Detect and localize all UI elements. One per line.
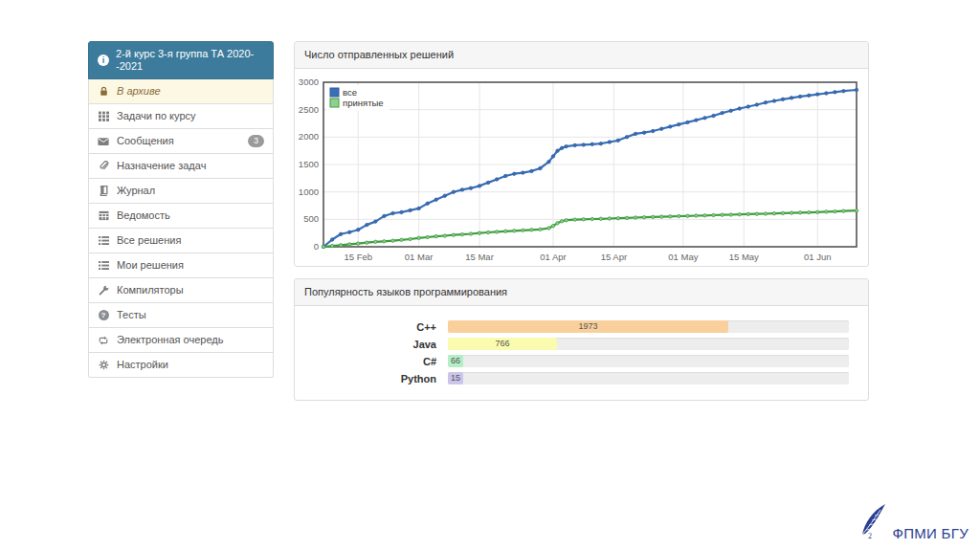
svg-text:2500: 2500 [299,104,319,115]
sidebar-item-label: Мои решения [117,259,184,272]
language-bar-track: 66 [448,355,849,367]
sidebar-item-queue[interactable]: Электронная очередь [88,328,274,353]
sidebar-item-label: Сообщения [117,135,174,147]
svg-text:01 Jun: 01 Jun [804,252,832,262]
svg-text:0: 0 [314,241,319,252]
language-bar-row: C#66 [295,355,858,367]
language-bar: 15 [448,372,463,384]
svg-text:01 Mar: 01 Mar [405,252,434,262]
sidebar-item-label: Журнал [117,185,155,197]
logo-text: ФПМИ БГУ [892,525,969,544]
svg-text:1000: 1000 [299,187,319,197]
languages-panel-title: Популярность языков программирования [304,286,507,297]
envelope-icon [98,137,109,146]
language-label: C# [295,356,448,367]
sidebar-item-messages[interactable]: Сообщения3 [88,129,274,154]
svg-text:500: 500 [303,213,319,224]
lock-icon [98,86,109,97]
language-bar: 766 [448,338,557,350]
course-title: 2-й курс 3-я группа ТА 2020--2021 [116,48,264,73]
svg-text:15 Feb: 15 Feb [344,252,372,262]
language-bar-row: C++1973 [295,320,858,333]
submissions-panel-header: Число отправленных решений [295,42,868,69]
grid-icon [98,111,109,121]
fpmi-bsu-logo: 2 ФПМИ БГУ [857,502,969,544]
sidebar-item-label: Электронная очередь [117,334,223,346]
language-count: 66 [451,357,460,365]
svg-text:01 May: 01 May [668,252,698,262]
languages-panel: Популярность языков программирования C++… [294,278,869,401]
sidebar-item-course-tasks[interactable]: Задачи по курсу [88,104,274,129]
sidebar-item-compilers[interactable]: Компиляторы [88,278,274,303]
submissions-chart: 05001000150020002500300015 Feb01 Mar15 M… [295,69,868,266]
language-bar: 1973 [448,320,728,333]
svg-text:3000: 3000 [299,77,319,87]
language-bar: 66 [448,355,463,367]
sidebar-item-label: Задачи по курсу [117,110,196,122]
main-content: Число отправленных решений 0500100015002… [294,41,869,412]
language-count: 1973 [579,322,598,331]
sidebar-item-label: Настройки [117,359,168,371]
sidebar-item-journal[interactable]: Журнал [88,179,274,204]
message-count-badge: 3 [248,135,264,147]
svg-text:2000: 2000 [299,131,319,142]
language-bar-track: 15 [448,372,849,384]
language-bar-row: Python15 [295,372,858,384]
submissions-line-chart: 05001000150020002500300015 Feb01 Mar15 M… [295,69,868,266]
sidebar-item-label: Компиляторы [117,284,184,296]
svg-text:01 Apr: 01 Apr [540,252,566,262]
table-icon [98,210,109,221]
svg-text:все: все [343,87,357,98]
submissions-panel-title: Число отправленных решений [304,49,454,60]
sidebar-menu: В архивеЗадачи по курсуСообщения3Назначе… [88,79,274,378]
sidebar-item-label: Все решения [117,234,181,247]
svg-text:15 Apr: 15 Apr [601,252,627,262]
sidebar-item-gradebook[interactable]: Ведомость [88,204,274,229]
book-icon [98,186,109,196]
info-icon: i [98,55,109,66]
sidebar-item-settings[interactable]: Настройки [88,353,274,378]
course-sidebar: i 2-й курс 3-я группа ТА 2020--2021 В ар… [88,41,274,378]
list-icon [98,260,109,271]
submissions-panel: Число отправленных решений 0500100015002… [294,41,869,267]
svg-text:15 May: 15 May [729,252,759,262]
language-label: Python [295,373,448,384]
sidebar-item-my-solutions[interactable]: Мои решения [88,253,274,278]
language-count: 766 [495,340,509,348]
language-bar-track: 1973 [448,320,849,333]
language-bar-track: 766 [448,338,849,350]
svg-text:15 Mar: 15 Mar [465,252,494,262]
svg-text:принятые: принятые [343,98,384,108]
sidebar-item-tests[interactable]: ?Тесты [88,303,274,328]
language-count: 15 [451,374,460,383]
wrench-icon [98,285,109,296]
language-label: Java [295,339,448,350]
languages-panel-header: Популярность языков программирования [295,279,868,306]
language-label: C++ [295,321,448,333]
languages-chart: C++1973Java766C#66Python15 [295,306,868,400]
feather-icon: 2 [857,502,889,544]
sidebar-item-label: В архиве [117,85,161,98]
sidebar-item-all-solutions[interactable]: Все решения [88,229,274,253]
sidebar-item-assignments[interactable]: Назначение задач [88,154,274,179]
paperclip-icon [98,161,109,171]
sidebar-course-header[interactable]: i 2-й курс 3-я группа ТА 2020--2021 [88,41,274,79]
sidebar-item-label: Назначение задач [117,160,206,172]
sidebar-item-label: Тесты [117,309,146,321]
svg-text:1500: 1500 [299,159,319,169]
sidebar-item-archive[interactable]: В архиве [88,79,274,104]
queue-icon [98,336,109,345]
sidebar-item-label: Ведомость [117,209,170,222]
svg-text:2: 2 [868,532,872,540]
question-icon: ? [98,310,109,320]
language-bar-row: Java766 [295,338,858,350]
list-icon [98,235,109,246]
gear-icon [98,360,109,370]
